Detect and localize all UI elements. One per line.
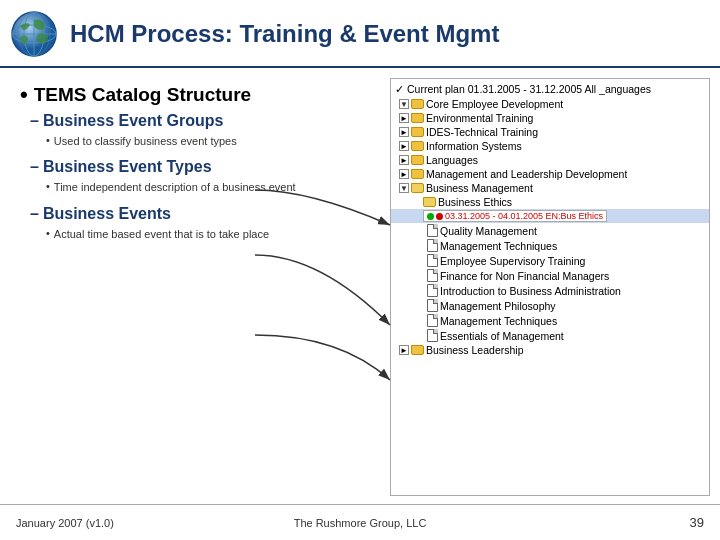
tree-text: Business Leadership: [426, 344, 523, 356]
footer-page-number: 39: [475, 515, 704, 530]
folder-icon: [411, 127, 424, 137]
business-events-heading: – Business Events: [30, 205, 380, 223]
tree-text: Employee Supervisory Training: [440, 255, 585, 267]
tree-item-languages[interactable]: ► Languages: [391, 153, 709, 167]
tree-text: Management Techniques: [440, 315, 557, 327]
main-bullet-label: TEMS Catalog Structure: [34, 84, 251, 106]
folder-icon: [411, 183, 424, 193]
page-footer: January 2007 (v1.0) The Rushmore Group, …: [0, 504, 720, 540]
red-dot: [436, 213, 443, 220]
folder-icon: [411, 155, 424, 165]
tree-text: Business Ethics: [438, 196, 512, 208]
tree-text: Introduction to Business Administration: [440, 285, 621, 297]
expand-icon: ▼: [399, 99, 409, 109]
business-event-groups-heading: – Business Event Groups: [30, 112, 380, 130]
tree-text: Information Systems: [426, 140, 522, 152]
page-header: HCM Process: Training & Event Mgmt: [0, 0, 720, 68]
expand-icon: ▼: [399, 183, 409, 193]
folder-icon: [411, 169, 424, 179]
doc-icon: [427, 239, 438, 252]
tree-header: ✓ Current plan 01.31.2005 - 31.12.2005 A…: [391, 81, 709, 97]
tree-item-mgmt-leadership[interactable]: ► Management and Leadership Development: [391, 167, 709, 181]
tree-header-text: Current plan 01.31.2005 - 31.12.2005 All…: [407, 83, 651, 95]
doc-icon: [427, 314, 438, 327]
business-event-types-heading: – Business Event Types: [30, 158, 380, 176]
footer-center: The Rushmore Group, LLC: [245, 517, 474, 529]
business-event-types-bullet: Time independent description of a busine…: [46, 180, 380, 194]
tree-item-intro-biz[interactable]: Introduction to Business Administration: [391, 283, 709, 298]
tree-item-business-mgmt[interactable]: ▼ Business Management: [391, 181, 709, 195]
tree-text: Management and Leadership Development: [426, 168, 627, 180]
tree-text: Core Employee Development: [426, 98, 563, 110]
bullet-dot: •: [20, 82, 28, 108]
business-event-types-section: – Business Event Types Time independent …: [30, 158, 380, 194]
tree-item-ides[interactable]: ► IDES-Technical Training: [391, 125, 709, 139]
main-bullet-section: • TEMS Catalog Structure – Business Even…: [20, 82, 380, 241]
date-text: 03.31.2005 - 04.01.2005 EN:Bus Ethics: [445, 211, 603, 221]
tree-item-finance[interactable]: Finance for Non Financial Managers: [391, 268, 709, 283]
tree-item-bus-ethics-event[interactable]: 03.31.2005 - 04.01.2005 EN:Bus Ethics: [391, 209, 709, 223]
globe-icon: [8, 8, 60, 60]
tree-text: Management Techniques: [440, 240, 557, 252]
tree-text: IDES-Technical Training: [426, 126, 538, 138]
tree-text: Finance for Non Financial Managers: [440, 270, 609, 282]
business-event-groups-section: – Business Event Groups Used to classify…: [30, 112, 380, 148]
folder-icon: [411, 345, 424, 355]
tree-text: Languages: [426, 154, 478, 166]
date-badge: 03.31.2005 - 04.01.2005 EN:Bus Ethics: [423, 210, 607, 222]
folder-icon: [423, 197, 436, 207]
tree-item-mgmt-techniques-2[interactable]: Management Techniques: [391, 313, 709, 328]
footer-left: January 2007 (v1.0): [16, 517, 245, 529]
green-dot: [427, 213, 434, 220]
tree-text: Quality Management: [440, 225, 537, 237]
tree-panel: ✓ Current plan 01.31.2005 - 31.12.2005 A…: [390, 78, 710, 496]
tree-text: Environmental Training: [426, 112, 533, 124]
folder-icon: [411, 113, 424, 123]
tree-text: Management Philosophy: [440, 300, 556, 312]
tree-text: Essentials of Management: [440, 330, 564, 342]
doc-icon: [427, 284, 438, 297]
expand-icon: ►: [399, 141, 409, 151]
tree-item-biz-leadership[interactable]: ► Business Leadership: [391, 343, 709, 357]
folder-icon: [411, 141, 424, 151]
tree-item-mgmt-philosophy[interactable]: Management Philosophy: [391, 298, 709, 313]
tree-text: Business Management: [426, 182, 533, 194]
tree-item-mgmt-techniques[interactable]: Management Techniques: [391, 238, 709, 253]
expand-icon: ►: [399, 113, 409, 123]
tree-item-business-ethics[interactable]: Business Ethics: [391, 195, 709, 209]
tree-item-supervisory-training[interactable]: Employee Supervisory Training: [391, 253, 709, 268]
tree-item-essentials[interactable]: Essentials of Management: [391, 328, 709, 343]
tree-item-info-systems[interactable]: ► Information Systems: [391, 139, 709, 153]
tree-item-environmental[interactable]: ► Environmental Training: [391, 111, 709, 125]
main-bullet: • TEMS Catalog Structure: [20, 82, 380, 108]
left-panel: • TEMS Catalog Structure – Business Even…: [20, 78, 380, 496]
doc-icon: [427, 329, 438, 342]
tree-item-quality-mgmt[interactable]: Quality Management: [391, 223, 709, 238]
doc-icon: [427, 224, 438, 237]
expand-icon: ►: [399, 127, 409, 137]
doc-icon: [427, 269, 438, 282]
doc-icon: [427, 254, 438, 267]
main-content: • TEMS Catalog Structure – Business Even…: [0, 68, 720, 502]
business-events-section: – Business Events Actual time based even…: [30, 205, 380, 241]
business-event-groups-bullet: Used to classify business event types: [46, 134, 380, 148]
business-events-bullet: Actual time based event that is to take …: [46, 227, 380, 241]
expand-icon: ►: [399, 155, 409, 165]
expand-icon: ►: [399, 345, 409, 355]
tree-item-core-employee[interactable]: ▼ Core Employee Development: [391, 97, 709, 111]
page-title: HCM Process: Training & Event Mgmt: [70, 20, 499, 48]
expand-icon: ►: [399, 169, 409, 179]
folder-icon: [411, 99, 424, 109]
doc-icon: [427, 299, 438, 312]
